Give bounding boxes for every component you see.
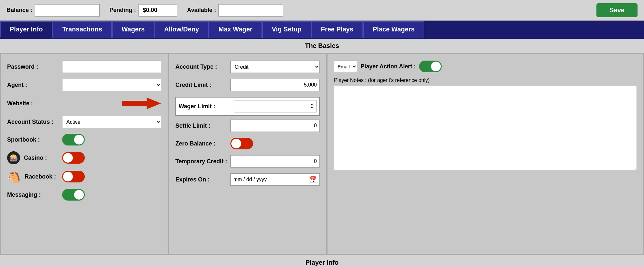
sportbook-label: Sportbook :: [7, 136, 59, 143]
footer-bar: Player Info: [0, 254, 644, 267]
agent-select[interactable]: [62, 79, 161, 91]
wager-limit-row: Wager Limit :: [179, 100, 316, 112]
zero-balance-toggle[interactable]: [230, 138, 253, 149]
mid-panel: Account Type : Credit Debit Cash Credit …: [168, 53, 327, 254]
sportbook-toggle[interactable]: [62, 134, 85, 145]
casino-icon: 🎰: [7, 151, 20, 164]
account-type-select[interactable]: Credit Debit Cash: [230, 61, 320, 73]
player-action-alert-toggle[interactable]: [419, 61, 442, 72]
balance-input[interactable]: [35, 4, 100, 17]
tab-allow-deny[interactable]: Allow/Deny: [154, 21, 209, 38]
zero-balance-row: Zero Balance :: [175, 138, 320, 149]
email-select[interactable]: Email SMS: [334, 61, 357, 72]
racebook-toggle[interactable]: [62, 171, 85, 182]
pending-label: Pending :: [109, 7, 136, 14]
balance-label: Balance :: [6, 7, 32, 14]
tab-bar: Player Info Transactions Wagers Allow/De…: [0, 21, 644, 39]
password-input[interactable]: [62, 61, 161, 73]
wager-limit-label: Wager Limit :: [179, 103, 230, 110]
footer-label: Player Info: [305, 259, 339, 266]
available-label: Available :: [187, 7, 216, 14]
temporary-credit-label: Temporary Credit :: [175, 158, 227, 165]
agent-row: Agent :: [7, 79, 161, 91]
horse-icon: 🐴: [7, 170, 21, 183]
arrow-icon: [122, 97, 161, 110]
tab-wagers[interactable]: Wagers: [112, 21, 155, 38]
top-bar: Balance : Pending : $0.00 Available : Sa…: [0, 0, 644, 21]
agent-label: Agent :: [7, 82, 59, 88]
settle-limit-row: Settle Limit :: [175, 120, 320, 132]
sportbook-row: Sportbook :: [7, 134, 161, 145]
section-title: The Basics: [0, 39, 644, 53]
credit-limit-row: Credit Limit :: [175, 79, 320, 91]
tab-player-info[interactable]: Player Info: [0, 21, 52, 38]
svg-marker-0: [122, 98, 161, 109]
alert-row: Email SMS Player Action Alert :: [334, 61, 637, 72]
main-content: Password : Agent : Website : Account Sta…: [0, 53, 644, 254]
account-status-row: Account Status : Active Inactive Suspend…: [7, 116, 161, 128]
temporary-credit-row: Temporary Credit :: [175, 155, 320, 168]
wager-limit-highlight: Wager Limit :: [175, 97, 320, 116]
available-input[interactable]: [218, 4, 283, 17]
expires-on-row: Expires On : mm / dd / yyyy 📅: [175, 173, 320, 186]
account-type-label: Account Type :: [175, 64, 227, 70]
credit-limit-label: Credit Limit :: [175, 82, 227, 88]
available-field: Available :: [187, 4, 283, 17]
save-button[interactable]: Save: [596, 3, 638, 17]
messaging-row: Messaging :: [7, 189, 161, 201]
tab-vig-setup[interactable]: Vig Setup: [262, 21, 311, 38]
settle-limit-label: Settle Limit :: [175, 122, 227, 129]
website-row: Website :: [7, 97, 161, 110]
player-notes-textarea[interactable]: [334, 86, 637, 170]
settle-limit-input[interactable]: [230, 120, 320, 132]
tab-place-wagers[interactable]: Place Wagers: [363, 21, 424, 38]
wager-limit-input[interactable]: [234, 100, 316, 112]
left-panel: Password : Agent : Website : Account Sta…: [0, 53, 168, 254]
credit-limit-input[interactable]: [230, 79, 320, 91]
account-status-label: Account Status :: [7, 119, 59, 125]
tab-free-plays[interactable]: Free Plays: [311, 21, 363, 38]
expires-on-label: Expires On :: [175, 176, 227, 183]
casino-label: Casino :: [24, 155, 47, 161]
casino-toggle[interactable]: [62, 152, 85, 164]
calendar-icon: 📅: [309, 176, 317, 183]
password-row: Password :: [7, 61, 161, 73]
account-type-row: Account Type : Credit Debit Cash: [175, 61, 320, 73]
alert-label: Player Action Alert :: [361, 63, 416, 70]
right-panel: Email SMS Player Action Alert : Player N…: [327, 53, 644, 254]
balance-field: Balance :: [6, 4, 100, 17]
account-status-select[interactable]: Active Inactive Suspended: [62, 116, 161, 128]
tab-transactions[interactable]: Transactions: [52, 21, 112, 38]
pending-field: Pending : $0.00: [109, 4, 177, 17]
date-placeholder: mm / dd / yyyy: [233, 177, 267, 182]
casino-row: 🎰 Casino :: [7, 151, 161, 164]
password-label: Password :: [7, 64, 59, 70]
website-label: Website :: [7, 100, 59, 107]
zero-balance-label: Zero Balance :: [175, 140, 227, 147]
temporary-credit-input[interactable]: [230, 155, 320, 168]
tab-max-wager[interactable]: Max Wager: [209, 21, 262, 38]
messaging-label: Messaging :: [7, 192, 59, 198]
notes-label: Player Notes : (for agent's reference on…: [334, 77, 637, 83]
racebook-row: 🐴 Racebook :: [7, 170, 161, 183]
messaging-toggle[interactable]: [62, 189, 85, 201]
racebook-label: Racebook :: [25, 173, 56, 180]
expires-date-input[interactable]: mm / dd / yyyy 📅: [230, 173, 320, 186]
pending-value: $0.00: [139, 4, 177, 17]
